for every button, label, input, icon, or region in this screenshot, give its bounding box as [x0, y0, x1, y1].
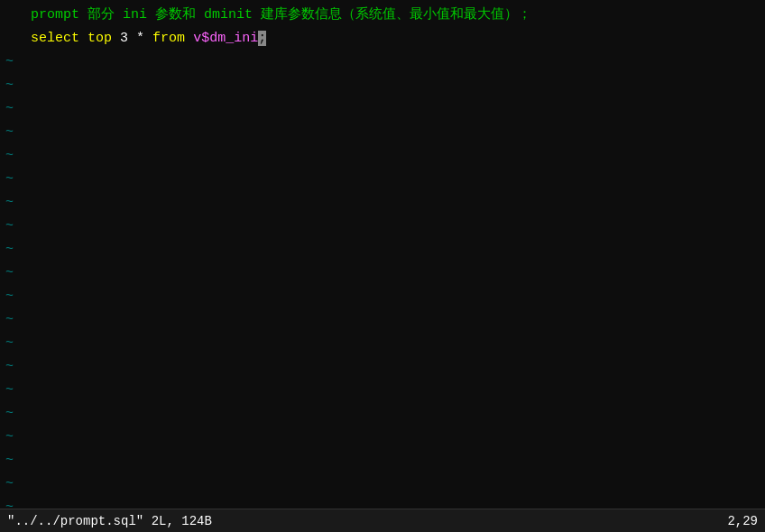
tilde-17: ~ — [0, 379, 27, 402]
tilde-18: ~ — [0, 402, 27, 426]
top-keyword: top — [88, 31, 112, 46]
tilde-line-7: ~ — [0, 144, 765, 168]
line-1-content: prompt 部分 ini 参数和 dminit 建库参数信息（系统值、最小值和… — [27, 4, 531, 27]
tilde-13: ~ — [0, 285, 27, 308]
tilde-line-6: ~ — [0, 121, 765, 144]
table-name: v$dm_ini — [193, 31, 258, 46]
tilde-line-3: ~ — [0, 50, 765, 74]
tilde-4: ~ — [0, 74, 27, 97]
tilde-9: ~ — [0, 191, 27, 215]
tilde-line-4: ~ — [0, 74, 765, 97]
select-keyword: select — [31, 31, 79, 46]
tilde-line-21: ~ — [0, 472, 765, 496]
tilde-6: ~ — [0, 121, 27, 144]
tilde-19: ~ — [0, 426, 27, 449]
status-cursor-pos: 2,29 — [727, 514, 758, 528]
tilde-line-9: ~ — [0, 191, 765, 215]
code-line-2: select top 3 * from v$dm_ini; — [0, 27, 765, 50]
tilde-10: ~ — [0, 215, 27, 238]
tilde-line-8: ~ — [0, 168, 765, 191]
space3: * — [128, 31, 152, 46]
tilde-line-13: ~ — [0, 285, 765, 308]
space2 — [112, 31, 120, 46]
tilde-21: ~ — [0, 472, 27, 496]
tilde-line-22: ~ — [0, 496, 765, 509]
tilde-11: ~ — [0, 238, 27, 261]
tilde-14: ~ — [0, 308, 27, 332]
code-line-1: prompt 部分 ini 参数和 dminit 建库参数信息（系统值、最小值和… — [0, 4, 765, 27]
status-bar: "../../prompt.sql" 2L, 124B 2,29 — [0, 509, 765, 532]
tilde-line-11: ~ — [0, 238, 765, 261]
tilde-line-15: ~ — [0, 332, 765, 355]
tilde-line-19: ~ — [0, 426, 765, 449]
editor-content[interactable]: prompt 部分 ini 参数和 dminit 建库参数信息（系统值、最小值和… — [0, 0, 765, 509]
tilde-line-14: ~ — [0, 308, 765, 332]
space4 — [185, 31, 193, 46]
tilde-5: ~ — [0, 97, 27, 121]
tilde-22: ~ — [0, 496, 27, 509]
space1 — [79, 31, 88, 46]
tilde-7: ~ — [0, 144, 27, 168]
cursor: ; — [258, 31, 266, 46]
number-3: 3 — [120, 31, 128, 46]
tilde-line-16: ~ — [0, 355, 765, 379]
tilde-15: ~ — [0, 332, 27, 355]
tilde-16: ~ — [0, 355, 27, 379]
status-file-info: "../../prompt.sql" 2L, 124B — [7, 514, 212, 528]
tilde-line-10: ~ — [0, 215, 765, 238]
tilde-3: ~ — [0, 50, 27, 74]
tilde-12: ~ — [0, 261, 27, 285]
tilde-line-20: ~ — [0, 449, 765, 472]
tilde-line-5: ~ — [0, 97, 765, 121]
tilde-line-17: ~ — [0, 379, 765, 402]
tilde-line-12: ~ — [0, 261, 765, 285]
line-2-content: select top 3 * from v$dm_ini; — [27, 27, 266, 50]
vim-editor: prompt 部分 ini 参数和 dminit 建库参数信息（系统值、最小值和… — [0, 0, 765, 532]
tilde-20: ~ — [0, 449, 27, 472]
tilde-line-18: ~ — [0, 402, 765, 426]
from-keyword: from — [152, 31, 185, 46]
tilde-8: ~ — [0, 168, 27, 191]
